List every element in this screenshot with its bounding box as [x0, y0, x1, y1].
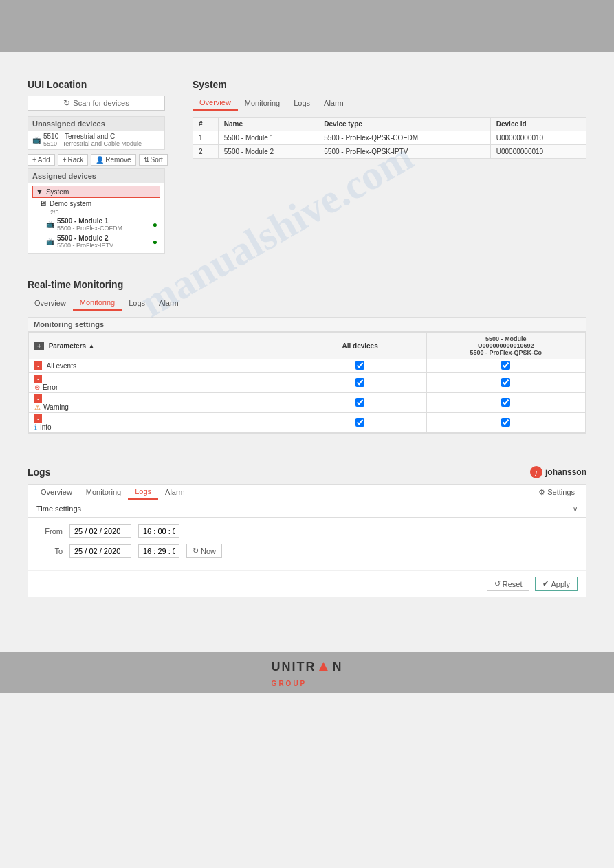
chevron-down-icon: ∨: [573, 505, 578, 513]
add-param-button[interactable]: +: [34, 342, 44, 350]
error-all-checkbox[interactable]: [355, 378, 364, 387]
mon-tab-overview[interactable]: Overview: [28, 296, 73, 311]
divider-1: [28, 265, 83, 265]
warning-dev-checkbox[interactable]: [501, 398, 510, 407]
col-device-id: Device id: [490, 118, 586, 131]
event-row-info: - ℹ Info: [29, 413, 586, 433]
warning-label: Warning: [43, 403, 69, 411]
apply-icon: ✔: [542, 579, 549, 588]
rack-icon: +: [63, 156, 67, 164]
device-icon: 📺: [32, 136, 41, 144]
plus-icon: +: [32, 156, 36, 164]
logs-tabs-row: Overview Monitoring Logs Alarm ⚙ Setting…: [28, 485, 586, 500]
remove-button[interactable]: 👤 Remove: [91, 154, 135, 166]
info-dev-checkbox[interactable]: [501, 418, 510, 427]
mon-tab-alarm[interactable]: Alarm: [152, 296, 186, 311]
module-icon: 📺: [46, 221, 54, 228]
from-row: From: [42, 524, 572, 538]
info-label: Info: [40, 423, 52, 431]
from-date-input[interactable]: [69, 524, 131, 538]
reset-button[interactable]: ↺ Reset: [487, 577, 530, 591]
unassigned-section: Unassigned devices 📺 5510 - Terrestrial …: [28, 116, 165, 150]
reset-icon: ↺: [494, 579, 501, 588]
info-icon: ℹ: [34, 423, 37, 431]
logs-panel: Overview Monitoring Logs Alarm ⚙ Setting…: [28, 484, 586, 597]
system-table: # Name Device type Device id 1 5500 - Mo…: [193, 117, 586, 159]
monitoring-settings-header: Monitoring settings: [28, 318, 586, 332]
params-label: Parameters ▲: [49, 342, 95, 350]
module-1-row[interactable]: 📺 5500 - Module 1 5500 - ProFlex-COFDM ●: [39, 216, 160, 233]
module-2-row[interactable]: 📺 5500 - Module 2 5500 - ProFlex-IPTV ●: [39, 233, 160, 250]
now-button[interactable]: ↻ Now: [186, 544, 222, 558]
to-time-input[interactable]: [138, 544, 179, 558]
system-panel: System Overview Monitoring Logs Alarm # …: [193, 79, 586, 254]
gear-icon: ⚙: [538, 488, 545, 497]
johansson-logo: j johansson: [530, 466, 586, 478]
from-time-input[interactable]: [138, 524, 179, 538]
col-device-type: Device type: [318, 118, 491, 131]
remove-warning-button[interactable]: -: [34, 394, 42, 403]
col-all-devices: All devices: [294, 333, 426, 359]
warning-all-checkbox[interactable]: [355, 398, 364, 407]
logs-tabs: Overview Monitoring Logs Alarm: [34, 485, 192, 500]
col-num: #: [193, 118, 219, 131]
remove-info-button[interactable]: -: [34, 414, 42, 423]
to-label: To: [42, 547, 63, 555]
module-icon-2: 📺: [46, 238, 54, 245]
device-name: 5510 - Terrestrial and C: [43, 133, 142, 140]
footer: UNITR▲N GROUP: [0, 652, 614, 693]
monitoring-tabs: Overview Monitoring Logs Alarm: [28, 296, 586, 311]
scan-button[interactable]: ↻ Scan for devices: [28, 96, 165, 111]
logs-tab-monitoring[interactable]: Monitoring: [79, 485, 128, 500]
system-tree: ▼ System 🖥 Demo system 2/5 📺: [28, 183, 164, 253]
monitoring-table-wrapper: Monitoring settings + Parameters ▲ All d…: [28, 317, 586, 434]
logo-text: johansson: [545, 467, 586, 477]
mon-tab-logs[interactable]: Logs: [122, 296, 152, 311]
rack-button[interactable]: + Rack: [58, 154, 89, 166]
server-icon: 🖥: [39, 199, 47, 208]
clock-icon: ↻: [193, 546, 199, 555]
logs-tab-overview[interactable]: Overview: [34, 485, 79, 500]
tab-overview[interactable]: Overview: [193, 96, 238, 111]
info-all-checkbox[interactable]: [355, 418, 364, 427]
error-label: Error: [43, 383, 58, 391]
device-sub: 5510 - Terrestrial and Cable Module: [43, 140, 142, 147]
logs-tab-logs[interactable]: Logs: [128, 485, 158, 500]
uui-title: UUI Location: [28, 79, 165, 90]
to-row: To ↻ Now: [42, 544, 572, 558]
logs-tab-alarm[interactable]: Alarm: [158, 485, 192, 500]
mon-tab-monitoring[interactable]: Monitoring: [73, 296, 122, 311]
user-icon: 👤: [96, 156, 104, 164]
system-tabs: Overview Monitoring Logs Alarm: [193, 96, 586, 111]
remove-all-events-button[interactable]: -: [34, 361, 42, 370]
demo-system-row: 🖥 Demo system 2/5 📺 5500 - Module 1 5500…: [32, 198, 160, 250]
refresh-icon: ↻: [63, 98, 70, 108]
tab-alarm[interactable]: Alarm: [317, 96, 351, 111]
time-settings-row[interactable]: Time settings ∨: [28, 500, 586, 518]
monitoring-section: Real-time Monitoring Overview Monitoring…: [28, 279, 586, 434]
monitoring-table: + Parameters ▲ All devices 5500 - Module…: [28, 332, 586, 433]
warning-icon: ⚠: [34, 403, 41, 411]
event-row-warning: - ⚠ Warning: [29, 393, 586, 413]
remove-error-button[interactable]: -: [34, 375, 42, 383]
unassigned-device-item: 📺 5510 - Terrestrial and C 5510 - Terres…: [28, 131, 164, 149]
settings-link[interactable]: ⚙ Settings: [533, 485, 580, 500]
apply-button[interactable]: ✔ Apply: [535, 577, 578, 591]
assigned-section: Assigned devices ▼ System 🖥 Demo system: [28, 168, 165, 254]
all-events-all-checkbox[interactable]: [355, 361, 364, 370]
all-events-label: All events: [47, 362, 76, 370]
arrow-icon: ▼: [36, 188, 43, 196]
system-tree-item[interactable]: ▼ System: [32, 186, 160, 198]
col-params: + Parameters ▲: [29, 333, 294, 359]
all-events-dev-checkbox[interactable]: [501, 361, 510, 370]
to-date-input[interactable]: [69, 544, 131, 558]
time-form: From To ↻ Now: [28, 518, 586, 570]
add-button[interactable]: + Add: [28, 154, 55, 166]
table-row: 1 5500 - Module 1 5500 - ProFlex-QPSK-CO…: [193, 131, 586, 145]
from-label: From: [42, 527, 63, 535]
error-dev-checkbox[interactable]: [501, 378, 510, 387]
tab-monitoring[interactable]: Monitoring: [238, 96, 287, 111]
tab-logs[interactable]: Logs: [287, 96, 317, 111]
sort-button[interactable]: ⇅ Sort: [139, 154, 168, 166]
status-icon-1: ●: [153, 220, 157, 230]
